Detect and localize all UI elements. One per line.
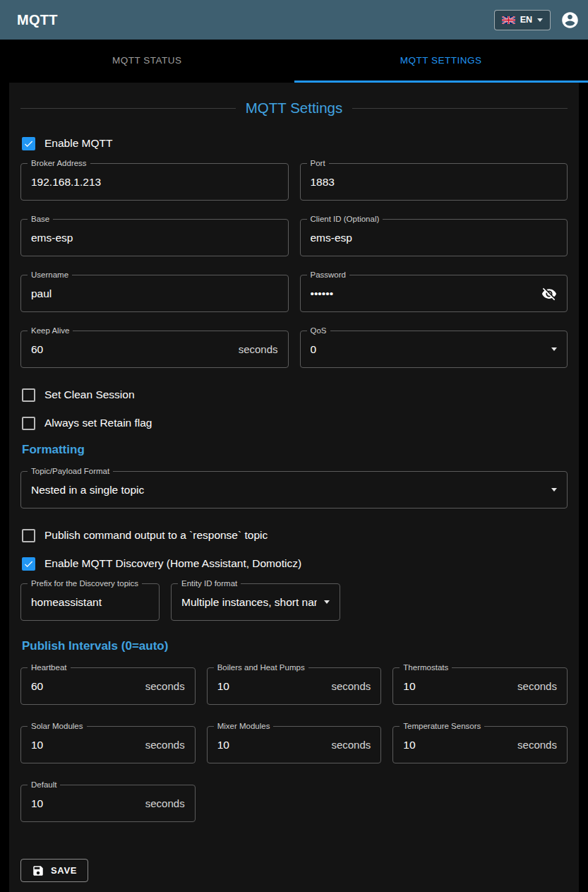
field-label: Entity ID format bbox=[178, 579, 241, 588]
intervals-row: Default seconds bbox=[20, 785, 568, 822]
checkbox-label: Always set Retain flag bbox=[44, 417, 152, 429]
thermostats-input[interactable] bbox=[403, 680, 510, 693]
entity-id-format-select[interactable]: Entity ID format Multiple instances, sho… bbox=[171, 583, 340, 621]
language-label: EN bbox=[520, 15, 532, 25]
field-label: Mixer Modules bbox=[214, 722, 274, 730]
heartbeat-field: Heartbeat seconds bbox=[20, 667, 196, 705]
unit-suffix: seconds bbox=[517, 739, 557, 751]
field-label: Username bbox=[28, 270, 72, 279]
page-title-divider: MQTT Settings bbox=[20, 100, 568, 117]
field-label: Heartbeat bbox=[28, 663, 71, 672]
temperature-sensors-field: Temperature Sensors seconds bbox=[392, 726, 568, 763]
client-id-input[interactable] bbox=[311, 232, 558, 244]
tab-mqtt-status[interactable]: MQTT STATUS bbox=[0, 40, 294, 83]
boilers-field: Boilers and Heat Pumps seconds bbox=[207, 667, 382, 705]
discovery-prefix-field: Prefix for the Discovery topics bbox=[20, 583, 160, 621]
checkbox-label: Enable MQTT Discovery (Home Assistant, D… bbox=[44, 557, 301, 570]
form-row: Prefix for the Discovery topics Entity I… bbox=[20, 583, 568, 621]
form-row: Keep Alive seconds QoS 0 bbox=[20, 331, 568, 368]
unit-suffix: seconds bbox=[239, 343, 278, 355]
qos-value: 0 bbox=[311, 343, 545, 356]
keep-alive-input[interactable] bbox=[31, 343, 232, 356]
form-row: Base Client ID (Optional) bbox=[20, 219, 568, 256]
account-button[interactable] bbox=[560, 11, 580, 30]
entity-id-format-value: Multiple instances, short name bbox=[181, 596, 317, 609]
default-interval-field: Default seconds bbox=[20, 785, 196, 822]
checkbox-checked-icon bbox=[22, 137, 35, 150]
chevron-down-icon bbox=[537, 18, 543, 22]
field-label: Base bbox=[28, 215, 53, 223]
password-input[interactable] bbox=[311, 287, 535, 300]
mixer-modules-field: Mixer Modules seconds bbox=[207, 726, 382, 763]
field-label: Keep Alive bbox=[28, 326, 73, 335]
form-row: Username Password bbox=[20, 275, 568, 312]
field-label: Password bbox=[307, 270, 350, 279]
language-selector-button[interactable]: EN bbox=[494, 10, 551, 30]
solar-modules-input[interactable] bbox=[31, 739, 138, 751]
username-input[interactable] bbox=[31, 287, 278, 300]
topic-format-select[interactable]: Topic/Payload Format Nested in a single … bbox=[20, 471, 568, 509]
visibility-off-icon[interactable] bbox=[541, 286, 557, 302]
thermostats-field: Thermostats seconds bbox=[392, 667, 568, 705]
discovery-prefix-input[interactable] bbox=[31, 596, 149, 609]
field-label: Temperature Sensors bbox=[400, 722, 484, 730]
appbar-actions: EN bbox=[494, 10, 580, 30]
username-field: Username bbox=[20, 275, 289, 312]
field-label: Boilers and Heat Pumps bbox=[214, 663, 308, 672]
field-label: Broker Address bbox=[28, 159, 90, 167]
base-input[interactable] bbox=[31, 232, 278, 244]
qos-select[interactable]: QoS 0 bbox=[300, 331, 568, 368]
uk-flag-icon bbox=[502, 16, 515, 24]
mixer-modules-input[interactable] bbox=[217, 739, 325, 751]
divider-line bbox=[352, 108, 568, 109]
form-row: Broker Address Port bbox=[20, 163, 568, 201]
clean-session-checkbox[interactable]: Set Clean Session bbox=[22, 386, 568, 403]
field-label: Client ID (Optional) bbox=[307, 215, 383, 223]
mqtt-discovery-checkbox[interactable]: Enable MQTT Discovery (Home Assistant, D… bbox=[22, 555, 568, 572]
unit-suffix: seconds bbox=[517, 680, 557, 692]
unit-suffix: seconds bbox=[145, 797, 185, 809]
field-label: QoS bbox=[307, 326, 330, 335]
password-field: Password bbox=[300, 275, 568, 312]
checkbox-unchecked-icon bbox=[22, 388, 35, 402]
checkbox-unchecked-icon bbox=[22, 417, 35, 430]
field-label: Prefix for the Discovery topics bbox=[28, 579, 142, 588]
chevron-down-icon bbox=[324, 600, 330, 604]
unit-suffix: seconds bbox=[331, 739, 371, 751]
topic-format-value: Nested in a single topic bbox=[31, 484, 544, 496]
settings-card: MQTT Settings Enable MQTT Broker Address… bbox=[9, 83, 579, 892]
publish-response-checkbox[interactable]: Publish command output to a `response` t… bbox=[22, 527, 568, 544]
checkbox-checked-icon bbox=[22, 557, 35, 571]
unit-suffix: seconds bbox=[331, 680, 371, 692]
save-button[interactable]: SAVE bbox=[20, 859, 88, 882]
unit-suffix: seconds bbox=[145, 739, 185, 751]
retain-flag-checkbox[interactable]: Always set Retain flag bbox=[22, 415, 568, 432]
account-circle-icon bbox=[560, 11, 580, 30]
tab-bar: MQTT STATUS MQTT SETTINGS bbox=[0, 40, 588, 83]
keep-alive-field: Keep Alive seconds bbox=[20, 331, 289, 368]
base-field: Base bbox=[20, 219, 289, 256]
boilers-input[interactable] bbox=[217, 680, 325, 693]
enable-mqtt-checkbox[interactable]: Enable MQTT bbox=[22, 135, 568, 152]
tab-mqtt-settings[interactable]: MQTT SETTINGS bbox=[294, 40, 588, 83]
default-interval-input[interactable] bbox=[31, 797, 138, 810]
form-row: Topic/Payload Format Nested in a single … bbox=[20, 471, 568, 509]
intervals-row: Solar Modules seconds Mixer Modules seco… bbox=[20, 726, 568, 763]
app-title: MQTT bbox=[17, 12, 58, 28]
publish-intervals-heading: Publish Intervals (0=auto) bbox=[22, 639, 568, 653]
divider-line bbox=[20, 108, 236, 109]
field-label: Topic/Payload Format bbox=[28, 467, 113, 475]
checkbox-label: Set Clean Session bbox=[44, 388, 135, 401]
heartbeat-input[interactable] bbox=[31, 680, 138, 693]
chevron-down-icon bbox=[551, 347, 557, 351]
solar-modules-field: Solar Modules seconds bbox=[20, 726, 196, 763]
port-field: Port bbox=[300, 163, 568, 201]
field-label: Port bbox=[307, 159, 329, 167]
checkbox-label: Publish command output to a `response` t… bbox=[44, 529, 268, 542]
save-icon bbox=[32, 864, 44, 877]
formatting-heading: Formatting bbox=[22, 443, 568, 457]
broker-address-input[interactable] bbox=[31, 176, 278, 189]
port-input[interactable] bbox=[311, 176, 558, 189]
temperature-sensors-input[interactable] bbox=[403, 739, 510, 751]
checkbox-unchecked-icon bbox=[22, 529, 35, 542]
